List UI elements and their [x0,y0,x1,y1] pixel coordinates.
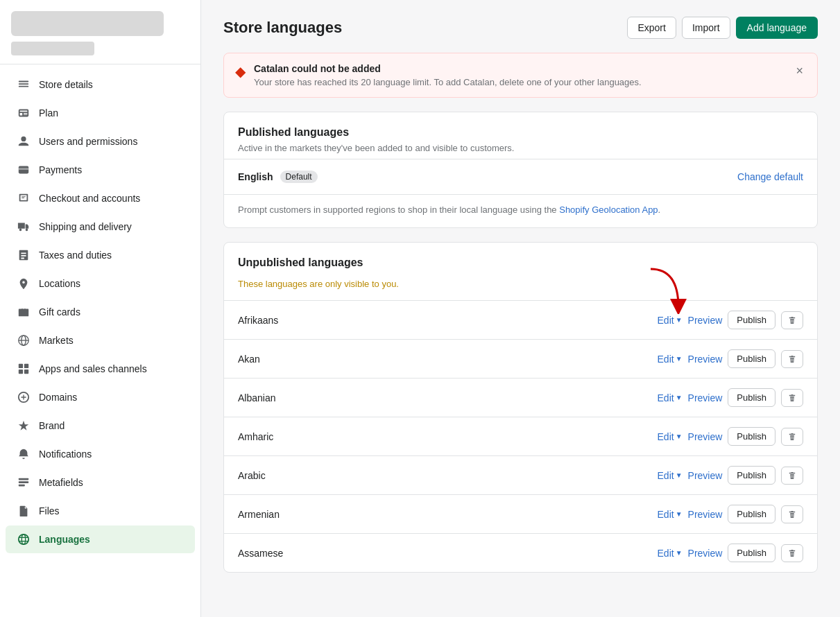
sidebar-item-taxes-duties[interactable]: Taxes and duties [6,241,195,269]
edit-button[interactable]: Edit ▼ [658,470,683,481]
language-name: Afrikaans [238,315,278,326]
metafields-icon [17,476,31,489]
preview-button[interactable]: Preview [688,470,723,481]
language-actions: Edit ▼ Preview Publish [658,505,803,523]
preview-button[interactable]: Preview [688,548,723,559]
publish-button[interactable]: Publish [728,544,775,562]
apps-sales-channels-icon [17,362,31,376]
edit-button[interactable]: Edit ▼ [658,354,683,365]
sidebar-label-markets: Markets [39,335,74,346]
store-details-icon [17,78,31,92]
add-language-button[interactable]: Add language [736,17,818,39]
sidebar-item-payments[interactable]: Payments [6,156,195,184]
sidebar-item-metafields[interactable]: Metafields [6,469,195,496]
sidebar-item-users-permissions[interactable]: Users and permissions [6,128,195,155]
svg-rect-3 [19,309,28,311]
delete-button[interactable] [781,505,803,523]
sidebar-label-checkout-accounts: Checkout and accounts [39,193,140,204]
sidebar-item-gift-cards[interactable]: Gift cards [6,298,195,326]
sidebar-item-store-details[interactable]: Store details [6,71,195,98]
delete-button[interactable] [781,428,803,446]
files-icon [17,504,31,518]
edit-button[interactable]: Edit ▼ [658,509,683,520]
unpublished-languages-card: Unpublished languages These languages ar… [223,242,818,573]
import-button[interactable]: Import [682,17,730,39]
language-row: Arabic Edit ▼ Preview Publish [224,455,817,494]
delete-button[interactable] [781,311,803,329]
brand-icon [17,419,31,433]
publish-button[interactable]: Publish [728,505,775,523]
shipping-delivery-icon [17,220,31,234]
svg-point-16 [22,535,25,544]
sidebar-label-shipping-delivery: Shipping and delivery [39,221,132,232]
sidebar-item-locations[interactable]: Locations [6,270,195,297]
language-name: Amharic [238,431,273,442]
sidebar-label-plan: Plan [39,107,58,119]
sidebar-label-users-permissions: Users and permissions [39,136,137,147]
delete-button[interactable] [781,389,803,407]
sidebar-item-domains[interactable]: Domains [6,383,195,411]
sidebar-item-files[interactable]: Files [6,497,195,525]
publish-button[interactable]: Publish [728,349,775,368]
preview-button[interactable]: Preview [688,354,723,365]
sidebar-item-brand[interactable]: Brand [6,412,195,440]
published-card-desc: Active in the markets they've been added… [238,143,803,153]
svg-rect-14 [19,485,25,487]
svg-rect-7 [19,364,23,368]
edit-button[interactable]: Edit ▼ [658,315,683,326]
edit-button[interactable]: Edit ▼ [658,392,683,403]
language-name: Armenian [238,509,280,520]
language-name: Akan [238,354,260,365]
delete-button[interactable] [781,544,803,562]
preview-button[interactable]: Preview [688,431,723,442]
locations-icon [17,277,31,290]
language-row: Albanian Edit ▼ Preview Publish [224,378,817,417]
publish-button[interactable]: Publish [728,466,775,485]
language-actions: Edit ▼ Preview Publish [658,388,803,407]
language-actions: Edit ▼ Preview Publish [658,427,803,446]
unpublished-card-title: Unpublished languages [238,257,803,269]
change-default-link[interactable]: Change default [737,171,803,182]
language-row: Assamese Edit ▼ Preview Publish [224,533,817,572]
publish-button[interactable]: Publish [728,427,775,446]
publish-button[interactable]: Publish [728,388,775,407]
geolocation-text: Prompt customers in supported regions to… [238,205,559,215]
svg-rect-10 [24,370,28,374]
language-rows: Afrikaans Edit ▼ Preview Publish Akan Ed… [224,300,817,572]
edit-button[interactable]: Edit ▼ [658,548,683,559]
language-name: Assamese [238,548,283,559]
language-row: Afrikaans Edit ▼ Preview Publish [224,300,817,339]
sidebar-item-apps-sales-channels[interactable]: Apps and sales channels [6,355,195,383]
checkout-accounts-icon [17,191,31,205]
publish-button[interactable]: Publish [728,311,775,329]
svg-point-15 [19,535,28,544]
sidebar-item-plan[interactable]: Plan [6,99,195,127]
language-row: Amharic Edit ▼ Preview Publish [224,417,817,455]
sidebar-item-checkout-accounts[interactable]: Checkout and accounts [6,184,195,212]
sidebar-item-markets[interactable]: Markets [6,327,195,354]
delete-button[interactable] [781,350,803,368]
sidebar-item-notifications[interactable]: Notifications [6,440,195,468]
geolocation-notice: Prompt customers in supported regions to… [224,194,817,227]
sidebar-label-locations: Locations [39,278,80,289]
preview-button[interactable]: Preview [688,315,723,326]
preview-button[interactable]: Preview [688,392,723,403]
alert-content: Catalan could not be added Your store ha… [254,63,785,87]
sidebar-header [0,0,200,64]
geolocation-app-link[interactable]: Shopify Geolocation App [559,205,658,215]
preview-button[interactable]: Preview [688,509,723,520]
alert-description: Your store has reached its 20 language l… [254,77,785,87]
published-languages-card: Published languages Active in the market… [223,112,818,228]
language-actions: Edit ▼ Preview Publish [658,311,803,329]
sidebar-item-languages[interactable]: Languages [6,525,195,553]
svg-rect-2 [19,310,28,316]
export-button[interactable]: Export [627,17,676,39]
sidebar-label-languages: Languages [39,534,90,545]
markets-icon [17,333,31,347]
edit-button[interactable]: Edit ▼ [658,431,683,442]
delete-button[interactable] [781,467,803,485]
sidebar-item-shipping-delivery[interactable]: Shipping and delivery [6,213,195,241]
svg-rect-8 [24,364,28,368]
alert-close-button[interactable]: × [793,63,806,78]
sidebar-label-metafields: Metafields [39,477,83,488]
